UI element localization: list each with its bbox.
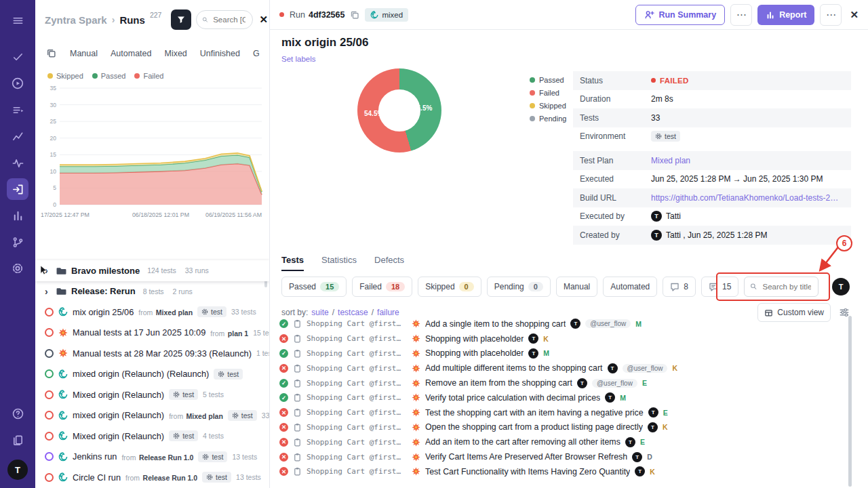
settings-icon[interactable] xyxy=(7,258,28,279)
test-row[interactable]: Shopping Cart @first… Test Cart Function… xyxy=(279,464,848,479)
reports-icon[interactable] xyxy=(7,205,28,226)
tab-mixed[interactable]: Mixed xyxy=(164,49,186,58)
run-name[interactable]: mix origin 25/06 xyxy=(73,307,134,317)
tests-scrollbar[interactable] xyxy=(848,316,852,487)
runs-search[interactable] xyxy=(196,10,253,29)
run-name[interactable]: mixed origin (Relaunch) xyxy=(73,410,164,420)
more-actions-button[interactable]: ⋯ xyxy=(730,4,752,26)
sort-suite-link[interactable]: suite xyxy=(311,308,328,317)
test-title[interactable]: Shopping with placeholder xyxy=(425,348,524,358)
milestone-folder-row[interactable]: Bravo milestone 124 tests 33 runs xyxy=(35,260,269,281)
test-avatar[interactable]: T xyxy=(648,422,658,432)
test-row[interactable]: Shopping Cart @first… Open the shopping … xyxy=(279,420,848,435)
tab-manual[interactable]: Manual xyxy=(70,49,98,58)
user-avatar[interactable]: T xyxy=(7,460,28,480)
test-title[interactable]: Test the shopping cart with an item havi… xyxy=(425,408,644,418)
test-suite[interactable]: Shopping Cart @first… xyxy=(307,349,407,358)
run-list-item[interactable]: mixed origin (Relaunch) from Mixed plan … xyxy=(35,405,269,426)
view-toggle-icon[interactable] xyxy=(46,48,56,58)
sort-failure-link[interactable]: failure xyxy=(377,308,399,317)
test-suite[interactable]: Shopping Cart @first… xyxy=(307,334,407,343)
test-row[interactable]: Shopping Cart @first… Shopping with plac… xyxy=(279,331,848,346)
test-suite[interactable]: Shopping Cart @first… xyxy=(307,438,407,447)
run-name[interactable]: Circle CI run xyxy=(73,472,121,483)
test-avatar[interactable]: T xyxy=(528,348,538,359)
run-list-item[interactable]: Manual tests at 17 Jun 2025 10:09 from p… xyxy=(35,323,269,344)
run-plan-name[interactable]: Mixed plan xyxy=(186,412,223,420)
test-row[interactable]: Shopping Cart @first… Add an item to the… xyxy=(279,434,848,449)
run-name[interactable]: Manual tests at 28 Mar 2025 09:33 (Relau… xyxy=(73,348,252,359)
test-suite[interactable]: Shopping Cart @first… xyxy=(307,453,407,462)
run-list-item[interactable]: Manual tests at 28 Mar 2025 09:33 (Relau… xyxy=(35,343,269,364)
test-title[interactable]: Verify Cart Items Are Preserved After Br… xyxy=(425,452,627,462)
breadcrumb-section[interactable]: Runs xyxy=(119,14,145,26)
suites-icon[interactable] xyxy=(7,99,28,121)
test-avatar[interactable]: T xyxy=(528,333,538,344)
test-avatar[interactable]: T xyxy=(608,363,618,373)
tab-defects[interactable]: Defects xyxy=(374,255,404,271)
test-avatar[interactable]: T xyxy=(648,407,658,418)
run-list-item[interactable]: Mixed origin (Relaunch) test 5 tests xyxy=(35,384,269,405)
analytics-icon[interactable] xyxy=(7,125,28,147)
user-avatar[interactable]: T xyxy=(832,278,850,296)
runs-search-input[interactable] xyxy=(212,15,247,24)
test-suite[interactable]: Shopping Cart @first… xyxy=(307,319,407,328)
tab-tests[interactable]: Tests xyxy=(281,255,304,271)
test-title[interactable]: Test Cart Functionality with Items Havin… xyxy=(425,467,630,476)
test-row[interactable]: Shopping Cart @first… Verify total price… xyxy=(279,390,848,405)
test-avatar[interactable]: T xyxy=(635,466,645,476)
more-actions-button[interactable]: ⋯ xyxy=(820,4,842,26)
test-row[interactable]: Shopping Cart @first… Shopping with plac… xyxy=(279,346,848,361)
close-detail-icon[interactable]: ✕ xyxy=(850,9,859,21)
filter-annotated-button[interactable]: 15 xyxy=(701,277,738,297)
tests-search[interactable] xyxy=(744,277,818,297)
test-title[interactable]: Add an item to the cart after removing a… xyxy=(425,437,620,447)
run-list-item[interactable]: mixed origin (Relaunch) (Relaunch) test xyxy=(35,364,269,385)
help-icon[interactable] xyxy=(7,403,28,424)
run-name[interactable]: Manual tests at 17 Jun 2025 10:09 xyxy=(73,327,205,338)
runs-icon[interactable] xyxy=(7,73,28,94)
run-list-item[interactable]: mix origin 25/06 from Mixed plan test 33… xyxy=(35,302,269,323)
run-plan-name[interactable]: Mixed plan xyxy=(156,308,193,317)
test-plan-link[interactable]: Mixed plan xyxy=(651,156,690,165)
test-title[interactable]: Open the shopping cart from a product li… xyxy=(425,422,643,432)
test-title[interactable]: Add a single item to the shopping cart xyxy=(425,319,566,329)
tab-automated[interactable]: Automated xyxy=(111,49,151,58)
test-row[interactable]: Shopping Cart @first… Remove an item fro… xyxy=(279,375,848,390)
docs-icon[interactable] xyxy=(7,429,28,451)
test-avatar[interactable]: T xyxy=(577,378,587,388)
filter-automated-button[interactable]: Automated xyxy=(603,277,657,297)
run-name[interactable]: Mixed origin (Relaunch) xyxy=(73,390,164,400)
folder-name[interactable]: Release: Rerun xyxy=(71,286,136,296)
tab-unfinished[interactable]: Unfinished xyxy=(200,49,240,58)
filter-pending-button[interactable]: Pending0 xyxy=(487,277,551,297)
set-labels-link[interactable]: Set labels xyxy=(281,55,316,63)
test-row[interactable]: Shopping Cart @first… Add multiple diffe… xyxy=(279,361,848,375)
test-row[interactable]: Shopping Cart @first… Add a single item … xyxy=(279,317,848,331)
run-name[interactable]: mixed origin (Relaunch) (Relaunch) xyxy=(73,369,209,379)
test-avatar[interactable]: T xyxy=(605,392,615,403)
test-title[interactable]: Verify total price calculation with deci… xyxy=(425,393,600,403)
filter-failed-button[interactable]: Failed18 xyxy=(352,277,412,297)
milestone-folder-row[interactable]: Release: Rerun 8 tests 2 runs xyxy=(35,281,269,302)
close-panel-icon[interactable]: ✕ xyxy=(258,14,269,26)
test-suite[interactable]: Shopping Cart @first… xyxy=(307,393,407,402)
build-url-link[interactable]: https://github.com/TetianaKhomenko/Load-… xyxy=(651,193,841,203)
test-avatar[interactable]: T xyxy=(625,437,635,447)
run-plan-name[interactable]: plan 1 xyxy=(228,329,248,338)
pulse-icon[interactable] xyxy=(7,152,28,174)
folder-name[interactable]: Bravo milestone xyxy=(71,266,140,276)
filter-skipped-button[interactable]: Skipped0 xyxy=(418,277,481,297)
branches-icon[interactable] xyxy=(7,231,28,253)
copy-icon[interactable] xyxy=(350,10,359,20)
tab-statistics[interactable]: Statistics xyxy=(321,255,357,271)
test-suite[interactable]: Shopping Cart @first… xyxy=(307,364,407,373)
filter-button[interactable] xyxy=(171,9,191,30)
menu-icon[interactable] xyxy=(7,9,28,31)
report-button[interactable]: Report xyxy=(757,5,814,25)
filter-manual-button[interactable]: Manual xyxy=(556,277,597,297)
sort-testcase-link[interactable]: testcase xyxy=(338,308,368,317)
test-avatar[interactable]: T xyxy=(570,319,580,329)
test-title[interactable]: Shopping with placeholder xyxy=(425,334,524,344)
tests-search-input[interactable] xyxy=(761,282,812,291)
